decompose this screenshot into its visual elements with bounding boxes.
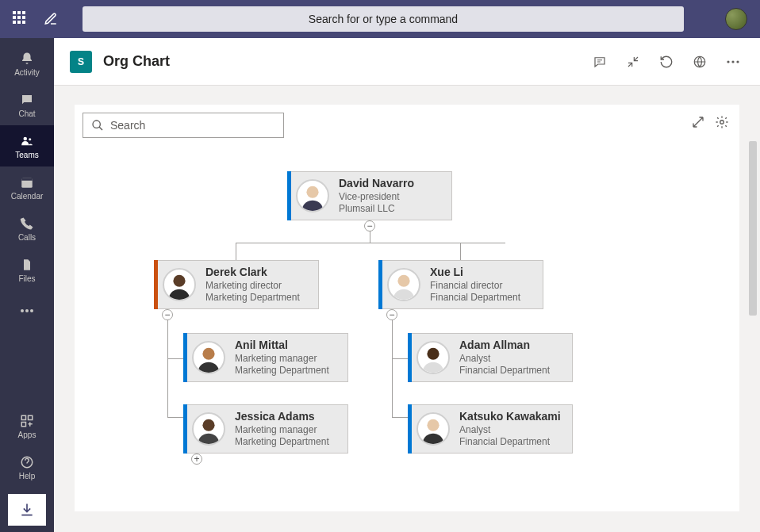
svg-point-0 — [24, 136, 28, 140]
person-dept: Marketing Department — [205, 292, 300, 304]
org-node[interactable]: Jessica Adams Marketing manager Marketin… — [183, 404, 348, 454]
person-role: Analyst — [459, 424, 561, 436]
main-area: S Org Chart — [54, 38, 760, 532]
person-name: Adam Allman — [459, 339, 550, 353]
rail-item-calendar[interactable]: Calendar — [0, 166, 54, 208]
avatar — [192, 412, 225, 446]
global-search-placeholder: Search for or type a command — [309, 13, 458, 25]
person-role: Marketing manager — [235, 353, 329, 365]
rail-label: Apps — [18, 431, 36, 439]
avatar — [416, 412, 450, 446]
avatar — [192, 341, 225, 374]
person-role: Marketing manager — [235, 424, 329, 436]
org-node[interactable]: Adam Allman Analyst Financial Department — [408, 333, 573, 382]
svg-point-13 — [731, 60, 734, 63]
person-role: Analyst — [459, 353, 550, 365]
svg-point-20 — [202, 347, 214, 359]
rail-item-calls[interactable]: Calls — [0, 208, 54, 249]
rail-label: Help — [19, 472, 36, 480]
person-role: Marketing director — [205, 280, 300, 292]
app-rail: Activity Chat Teams Calendar — [0, 38, 54, 532]
svg-point-16 — [720, 121, 724, 124]
svg-point-4 — [21, 309, 24, 312]
svg-rect-3 — [21, 178, 33, 180]
svg-point-14 — [736, 60, 739, 63]
avatar — [416, 341, 450, 374]
person-dept: Financial Department — [459, 436, 561, 448]
svg-point-18 — [173, 274, 185, 286]
org-node[interactable]: Katsuko Kawakami Analyst Financial Depar… — [408, 404, 573, 454]
connector — [392, 417, 408, 418]
rail-label: Activity — [14, 68, 40, 77]
conversation-icon[interactable] — [589, 51, 611, 73]
collapse-icon[interactable] — [622, 51, 644, 73]
download-button[interactable] — [8, 494, 46, 526]
expand-icon[interactable] — [689, 113, 708, 132]
rail-item-chat[interactable]: Chat — [0, 84, 54, 125]
file-icon — [19, 257, 35, 273]
content-area: Search — [54, 86, 760, 532]
global-search-input[interactable]: Search for or type a command — [83, 6, 684, 32]
connector — [392, 314, 393, 417]
svg-point-23 — [427, 419, 439, 431]
user-avatar[interactable] — [725, 8, 747, 30]
teams-icon — [19, 133, 35, 149]
svg-point-6 — [30, 309, 33, 312]
tab-header: S Org Chart — [54, 38, 760, 86]
more-icon — [19, 303, 35, 319]
gear-icon[interactable] — [712, 113, 731, 132]
rail-item-help[interactable]: Help — [0, 446, 54, 488]
collapse-node-icon[interactable]: − — [162, 309, 173, 320]
person-name: Katsuko Kawakami — [459, 410, 561, 424]
rail-item-files[interactable]: Files — [0, 249, 54, 290]
more-header-icon[interactable] — [722, 51, 744, 73]
waffle-icon[interactable] — [13, 11, 29, 27]
help-icon — [19, 454, 35, 470]
rail-label: Calendar — [11, 192, 44, 201]
reload-icon[interactable] — [655, 51, 677, 73]
connector — [167, 417, 183, 418]
chat-icon — [19, 92, 35, 108]
person-name: Derek Clark — [205, 266, 300, 280]
org-node[interactable]: Xue Li Financial director Financial Depa… — [378, 260, 543, 309]
svg-point-15 — [93, 121, 100, 128]
globe-icon[interactable] — [689, 51, 711, 73]
org-node[interactable]: Anil Mittal Marketing manager Marketing … — [183, 333, 348, 382]
svg-point-1 — [29, 138, 31, 140]
avatar — [387, 268, 420, 301]
person-dept: Marketing Department — [235, 436, 329, 448]
avatar — [296, 179, 329, 212]
person-dept: Financial Department — [430, 292, 520, 304]
calendar-icon — [19, 174, 35, 190]
collapse-node-icon[interactable]: − — [364, 220, 375, 232]
sharepoint-icon: S — [70, 51, 92, 73]
person-dept: Plumsail LLC — [339, 203, 414, 215]
person-dept: Marketing Department — [235, 365, 329, 377]
rail-item-activity[interactable]: Activity — [0, 43, 54, 84]
compose-icon[interactable] — [38, 6, 63, 32]
org-node-root[interactable]: David Navarro Vice-president Plumsail LL… — [287, 171, 452, 220]
rail-label: Chat — [18, 109, 35, 118]
connector — [460, 243, 461, 260]
expand-node-icon[interactable]: + — [191, 454, 202, 465]
rail-item-teams[interactable]: Teams — [0, 125, 54, 166]
org-node[interactable]: Derek Clark Marketing director Marketing… — [154, 260, 319, 309]
collapse-node-icon[interactable]: − — [386, 309, 397, 320]
scrollbar[interactable] — [749, 141, 757, 316]
svg-point-21 — [202, 419, 214, 431]
person-name: Anil Mittal — [235, 339, 329, 353]
svg-rect-7 — [21, 415, 25, 419]
connector — [392, 358, 408, 359]
bell-icon — [19, 51, 35, 67]
connector — [236, 243, 236, 260]
page-title: Org Chart — [103, 53, 170, 70]
connector — [236, 243, 505, 243]
person-dept: Financial Department — [459, 365, 550, 377]
rail-label: Teams — [15, 151, 38, 159]
rail-item-more[interactable] — [0, 290, 54, 331]
svg-rect-8 — [29, 415, 33, 419]
avatar — [163, 268, 196, 301]
org-search-input[interactable]: Search — [83, 113, 284, 138]
search-icon — [91, 119, 104, 132]
rail-item-apps[interactable]: Apps — [0, 405, 54, 446]
